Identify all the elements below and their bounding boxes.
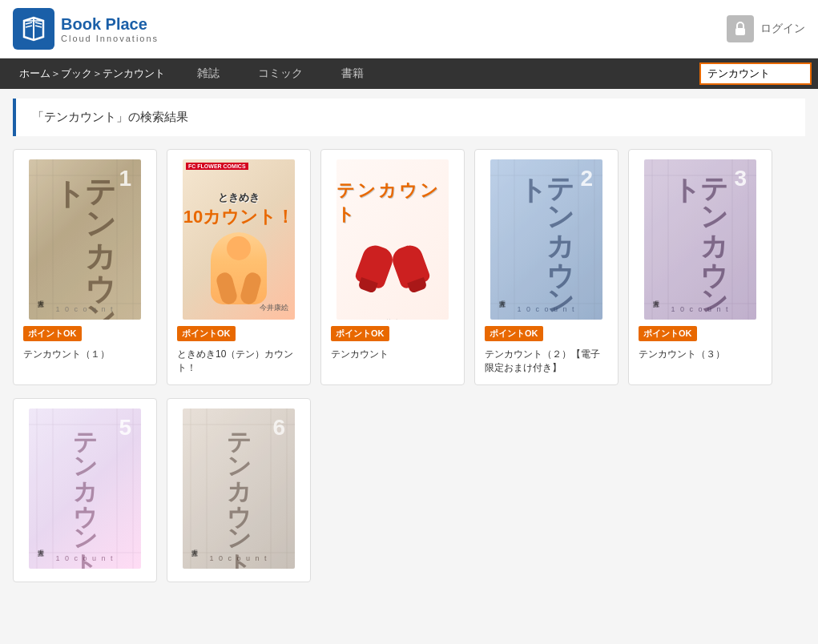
book-cover-6: テンカウント 5 宝井理人 1 0 c o u n t xyxy=(29,409,141,569)
search-result-title: 「テンカウント」の検索結果 xyxy=(32,110,188,123)
book-title-1: テンカウント（１） xyxy=(23,348,147,361)
book-card-1[interactable]: テンカウント 1 宝井理人 1 0 c o u n t ポイントOK テンカウン… xyxy=(13,149,157,385)
points-badge-1: ポイントOK xyxy=(23,326,82,341)
book-grid: テンカウント 1 宝井理人 1 0 c o u n t ポイントOK テンカウン… xyxy=(0,149,818,398)
search-result-header: 「テンカウント」の検索結果 xyxy=(13,99,805,136)
logo-subtitle: Cloud Innovations xyxy=(61,34,159,43)
nav-link-books[interactable]: 書籍 xyxy=(322,58,383,89)
book-cover-1: テンカウント 1 宝井理人 1 0 c o u n t xyxy=(29,159,141,320)
nav-link-comic[interactable]: コミック xyxy=(239,58,322,89)
points-badge-3: ポイントOK xyxy=(331,326,389,341)
logo-icon xyxy=(13,8,54,50)
book-card-6[interactable]: テンカウント 5 宝井理人 1 0 c o u n t xyxy=(13,398,157,582)
points-badge-5: ポイントOK xyxy=(639,326,697,341)
book-cover-2: FC FLOWER COMICS ときめき 10カウント！ 今井康絵 xyxy=(183,159,295,320)
lock-icon[interactable] xyxy=(727,15,754,42)
book-card-3[interactable]: テンカウント 黒井克行 幻冬舎文庫 ポイントOK テンカウント xyxy=(320,149,465,385)
navbar: ホーム＞ブック＞テンカウント 雑誌 コミック 書籍 xyxy=(0,58,818,89)
breadcrumb: ホーム＞ブック＞テンカウント xyxy=(6,58,178,89)
book-title-3: テンカウント xyxy=(331,348,454,361)
nav-link-magazine[interactable]: 雑誌 xyxy=(178,58,239,89)
points-badge-4: ポイントOK xyxy=(485,326,543,341)
book-title-2: ときめき10（テン）カウント！ xyxy=(177,348,300,375)
logo-title: Book Place xyxy=(61,14,159,34)
book-cover-7: テンカウント 6 宝井理人 1 0 c o u n t xyxy=(183,409,295,569)
book-cover-5: テンカウント 3 宝井理人 1 0 c o u n t xyxy=(644,159,756,320)
points-badge-2: ポイントOK xyxy=(177,326,236,341)
book-card-4[interactable]: テンカウント 2 宝井理人 1 0 c o u n t ポイントOK テンカウン… xyxy=(474,149,619,385)
book-title-4: テンカウント（２）【電子限定おまけ付き】 xyxy=(485,348,608,375)
book-card-5[interactable]: テンカウント 3 宝井理人 1 0 c o u n t ポイントOK テンカウン… xyxy=(628,149,772,385)
book-card-2[interactable]: FC FLOWER COMICS ときめき 10カウント！ 今井康絵 ポイントO… xyxy=(167,149,311,385)
logo-area: Book Place Cloud Innovations xyxy=(13,8,159,50)
svg-rect-1 xyxy=(735,28,745,35)
book-cover-3: テンカウント 黒井克行 幻冬舎文庫 xyxy=(336,159,449,320)
book-card-7[interactable]: テンカウント 6 宝井理人 1 0 c o u n t xyxy=(167,398,311,582)
search-area xyxy=(699,58,812,89)
book-cover-4: テンカウント 2 宝井理人 1 0 c o u n t xyxy=(490,159,602,320)
search-input[interactable] xyxy=(699,62,812,85)
login-button[interactable]: ログイン xyxy=(760,22,805,36)
login-area: ログイン xyxy=(727,15,805,42)
book-title-5: テンカウント（３） xyxy=(639,348,762,361)
book-grid-row2: テンカウント 5 宝井理人 1 0 c o u n t テンカウント 6 宝井理… xyxy=(0,398,818,595)
header: Book Place Cloud Innovations ログイン xyxy=(0,0,818,58)
logo-text-area: Book Place Cloud Innovations xyxy=(61,14,159,43)
